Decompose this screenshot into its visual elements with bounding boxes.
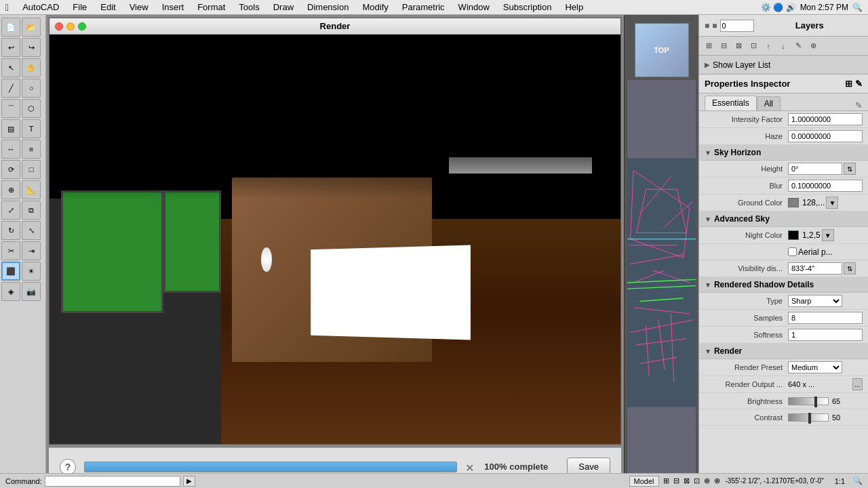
tool-poly[interactable]: ⬡ — [22, 99, 41, 118]
osnap-icon[interactable]: ⊕ — [704, 476, 710, 485]
prop-haze-input[interactable] — [788, 130, 863, 142]
type-dropdown[interactable]: Sharp Soft — [788, 295, 842, 307]
menu-edit[interactable]: Edit — [95, 1, 121, 14]
tool-undo[interactable]: ↩ — [1, 38, 20, 57]
tool-move[interactable]: ⤢ — [1, 201, 20, 220]
zoom-icon[interactable]: 🔍 — [853, 476, 863, 485]
tool-scale[interactable]: ⤡ — [22, 221, 41, 240]
tool-rotate[interactable]: ↻ — [1, 221, 20, 240]
contrast-slider[interactable] — [788, 413, 829, 422]
tool-new[interactable]: 📄 — [1, 18, 20, 37]
tool-zoom[interactable]: ⊕ — [1, 180, 20, 199]
menu-format[interactable]: Format — [192, 1, 231, 14]
tool-pan[interactable]: ✋ — [22, 58, 41, 77]
tool-extend[interactable]: ⇥ — [22, 241, 41, 260]
brightness-slider[interactable] — [788, 397, 829, 405]
command-submit[interactable]: ▶ — [183, 476, 195, 487]
layer-tool-5[interactable]: ↑ — [762, 39, 775, 53]
menu-subscription[interactable]: Subscription — [498, 1, 557, 14]
night-color-dropdown[interactable]: ▼ — [822, 229, 834, 241]
tool-material[interactable]: ◈ — [1, 282, 20, 301]
layer-tool-4[interactable]: ⊡ — [747, 39, 760, 53]
menu-view[interactable]: View — [124, 1, 154, 14]
ground-color-swatch[interactable] — [788, 198, 799, 207]
layer-name-input[interactable] — [720, 20, 754, 32]
section-render[interactable]: ▼ Render — [699, 344, 868, 359]
tool-camera[interactable]: 📷 — [22, 282, 41, 301]
apple-logo-icon[interactable]:  — [5, 2, 9, 13]
close-button[interactable] — [55, 22, 63, 30]
tool-light[interactable]: ☀ — [22, 262, 41, 281]
tab-essentials[interactable]: Essentials — [705, 96, 757, 110]
prop-visibility-input[interactable] — [788, 262, 842, 274]
help-button[interactable]: ? — [60, 459, 76, 475]
layer-tool-8[interactable]: ⊕ — [806, 39, 820, 53]
tool-select[interactable]: ↖ — [1, 58, 20, 77]
prop-blur-input[interactable] — [788, 180, 863, 192]
ortho-icon[interactable]: ⊠ — [684, 476, 690, 485]
tool-line[interactable]: ╱ — [1, 79, 20, 98]
menu-file[interactable]: File — [67, 1, 92, 14]
render-output-browse[interactable]: ... — [852, 378, 863, 390]
prop-softness-input[interactable] — [788, 329, 863, 341]
ground-color-dropdown[interactable]: ▼ — [826, 197, 838, 209]
prop-intensity-input[interactable] — [788, 113, 863, 125]
minimize-button[interactable] — [66, 22, 75, 30]
tool-trim[interactable]: ✂ — [1, 241, 20, 260]
section-rendered-shadow[interactable]: ▼ Rendered Shadow Details — [699, 277, 868, 293]
tool-measure[interactable]: 📐 — [22, 180, 41, 199]
render-preset-dropdown[interactable]: Medium Low High Draft Presentation — [788, 361, 842, 373]
tool-copy[interactable]: ⧉ — [22, 201, 41, 220]
aerial-checkbox[interactable] — [788, 247, 797, 256]
tool-text[interactable]: T — [22, 119, 41, 138]
menu-help[interactable]: Help — [559, 1, 589, 14]
grid-icon[interactable]: ⊞ — [663, 476, 669, 485]
tool-render[interactable]: ⬛ — [1, 262, 20, 281]
tool-open[interactable]: 📂 — [22, 18, 41, 37]
section-sky-horizon[interactable]: ▼ Sky Horizon — [699, 145, 868, 161]
command-input[interactable] — [45, 476, 180, 487]
otrack-icon[interactable]: ⊗ — [714, 476, 720, 485]
search-icon[interactable]: 🔍 — [852, 3, 863, 12]
tool-arc[interactable]: ⌒ — [1, 99, 20, 118]
menu-tools[interactable]: Tools — [233, 1, 264, 14]
prop-height-input[interactable] — [788, 163, 842, 175]
polar-icon[interactable]: ⊡ — [694, 476, 700, 485]
visibility-stepper[interactable]: ⇅ — [844, 262, 856, 274]
contrast-thumb[interactable] — [808, 413, 811, 424]
brightness-thumb[interactable] — [814, 396, 817, 407]
tool-3d[interactable]: □ — [22, 160, 41, 179]
maximize-button[interactable] — [78, 22, 86, 30]
layer-tool-7[interactable]: ✎ — [791, 39, 805, 53]
viewport-cube[interactable]: TOP — [635, 23, 689, 77]
snap-icon[interactable]: ⊟ — [673, 476, 679, 485]
layer-tool-3[interactable]: ⊠ — [732, 39, 745, 53]
menu-autocad[interactable]: AutoCAD — [17, 1, 64, 14]
prop-samples-input[interactable] — [788, 312, 863, 324]
section-advanced-sky[interactable]: ▼ Advanced Sky — [699, 211, 868, 227]
model-button[interactable]: Model — [629, 476, 659, 487]
tool-redo[interactable]: ↪ — [22, 38, 41, 57]
night-color-swatch[interactable] — [788, 230, 799, 240]
layer-tool-6[interactable]: ↓ — [776, 39, 790, 53]
tool-orbit[interactable]: ⟳ — [1, 160, 20, 179]
show-layer-list[interactable]: ▶ Show Layer List — [699, 56, 868, 75]
cancel-progress-icon[interactable]: ✕ — [465, 462, 476, 472]
tool-layer[interactable]: ≡ — [22, 140, 41, 159]
tab-edit-button[interactable]: ✎ — [855, 100, 863, 110]
tool-circle[interactable]: ○ — [22, 79, 41, 98]
menu-window[interactable]: Window — [453, 1, 495, 14]
menu-draw[interactable]: Draw — [268, 1, 299, 14]
menu-modify[interactable]: Modify — [357, 1, 393, 14]
tab-all[interactable]: All — [757, 96, 781, 110]
layer-tool-1[interactable]: ⊞ — [702, 39, 715, 53]
tool-hatch[interactable]: ▤ — [1, 119, 20, 138]
menu-parametric[interactable]: Parametric — [397, 1, 450, 14]
props-icon-2[interactable]: ✎ — [855, 79, 863, 89]
props-icon-1[interactable]: ⊞ — [845, 79, 852, 89]
prop-height-stepper[interactable]: ⇅ — [844, 163, 856, 175]
tool-dim[interactable]: ↔ — [1, 140, 20, 159]
layer-tool-2[interactable]: ⊟ — [717, 39, 730, 53]
menu-insert[interactable]: Insert — [157, 1, 190, 14]
menu-dimension[interactable]: Dimension — [302, 1, 354, 14]
